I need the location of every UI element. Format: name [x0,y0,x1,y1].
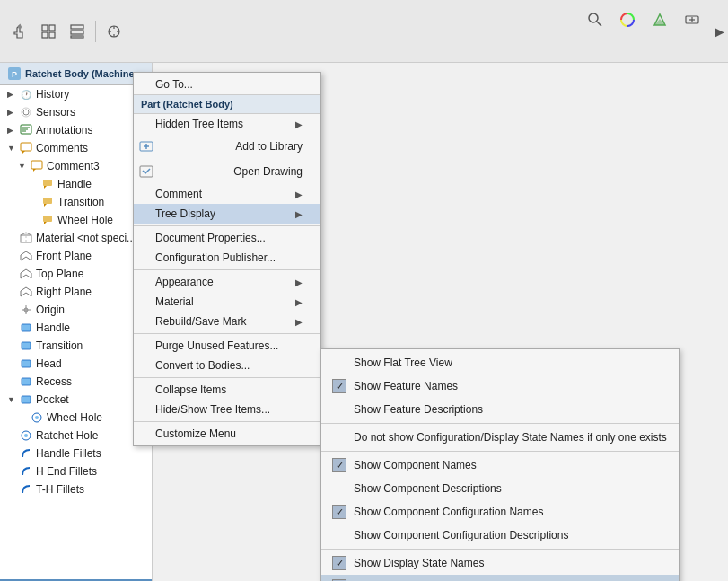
material-icon [19,231,33,245]
color-btn[interactable] [613,7,642,32]
tree-item-head[interactable]: ▶ Head [0,355,152,373]
menu-item-material[interactable]: Material ▶ [134,292,320,312]
menu-item-convert[interactable]: Convert to Bodies... [134,356,320,375]
tree-item-ratchet-hole[interactable]: ▶ Ratchet Hole [0,427,152,445]
handle-fillets-label: Handle Fillets [36,447,101,460]
comment-label: Comment [155,188,202,200]
comp-desc-label: Show Component Descriptions [354,482,502,495]
display-state-names-label: Show Display State Names [354,557,484,569]
comp-config-names-checkbox[interactable] [332,505,346,519]
rebuild-label: Rebuild/Save Mark [155,315,246,328]
crosshair-tool-btn[interactable] [101,19,127,44]
h-end-fillets-label: H End Fillets [36,465,97,478]
menu-item-rebuild[interactable]: Rebuild/Save Mark ▶ [134,312,320,331]
tree-header-label: Ratchet Body (Machine... [25,68,143,79]
pocket-label: Pocket [36,393,69,406]
handle-comment-icon [40,177,55,191]
menu-item-open-drawing[interactable]: Open Drawing [134,159,320,184]
submenu-feature-names[interactable]: Show Feature Names [321,374,679,398]
hand-tool-btn[interactable] [7,19,32,44]
history-icon: 🕐 [19,87,33,101]
tree-item-material[interactable]: ▶ Material <not speci... [0,229,152,247]
no-config-label: Do not show Configuration/Display State … [354,431,667,444]
grid-tool-btn[interactable] [36,19,61,44]
comp-config-desc-label: Show Component Configuration Description… [354,529,568,541]
origin-label: Origin [36,304,65,316]
submenu-feature-descriptions[interactable]: Show Feature Descriptions [321,398,679,421]
svg-point-0 [18,25,22,29]
sensors-icon [19,105,33,119]
menu-item-doc-props[interactable]: Document Properties... [134,228,320,248]
svg-rect-29 [21,143,31,151]
tree-item-origin[interactable]: ▶ Origin [0,301,152,319]
transition-feature-icon [19,339,33,353]
tree-item-top-plane[interactable]: ▶ Top Plane [0,265,152,283]
svg-rect-47 [22,324,31,331]
tree-item-annotations[interactable]: ▶ Annotations [0,121,152,139]
submenu-flat-tree[interactable]: Show Flat Tree View [321,351,679,374]
search-btn[interactable] [581,7,610,32]
flyout-btn[interactable] [678,7,706,32]
tree-item-comments[interactable]: ▼ Comments [0,139,152,157]
submenu-tree-display: Show Flat Tree View Show Feature Names S… [320,348,680,581]
tree-item-pocket[interactable]: ▼ Pocket [0,391,152,409]
feature-desc-check-empty [332,402,346,417]
component-names-checkbox[interactable] [332,458,346,472]
tree-item-comment3[interactable]: ▼ Comment3 [11,157,152,175]
tree-item-handle[interactable]: ▶ Handle [0,319,152,337]
list-tool-btn[interactable] [65,19,90,44]
submenu-separator-1 [321,423,679,424]
submenu-comp-config-descriptions[interactable]: Show Component Configuration Description… [321,524,679,547]
feature-names-checkbox[interactable] [332,379,346,393]
flat-tree-check-empty [332,356,346,370]
tree-header[interactable]: P Ratchet Body (Machine... [0,63,152,85]
menu-item-purge[interactable]: Purge Unused Features... [134,336,320,356]
comp-config-names-label: Show Component Configuration Names [354,506,543,518]
context-menu: Go To... Part (Ratchet Body) Hidden Tree… [133,72,321,446]
submenu-component-names[interactable]: Show Component Names [321,453,679,477]
submenu-comment-indicator[interactable]: Show Comment Indicator [321,575,679,581]
tree-item-wheel-hole[interactable]: ▶ Wheel Hole [11,409,152,427]
submenu-comp-config-names[interactable]: Show Component Configuration Names [321,500,679,524]
submenu-component-descriptions[interactable]: Show Component Descriptions [321,477,679,500]
sensors-label: Sensors [36,106,75,119]
front-plane-icon [19,249,33,263]
hide-show-tree-label: Hide/Show Tree Items... [155,403,270,416]
menu-item-hide-show-tree[interactable]: Hide/Show Tree Items... [134,400,320,419]
menu-item-customize[interactable]: Customize Menu [134,424,320,444]
menu-item-appearance[interactable]: Appearance ▶ [134,272,320,292]
svg-marker-36 [44,204,47,207]
tree-item-sensors[interactable]: ▶ Sensors [0,103,152,121]
menu-item-comment[interactable]: Comment ▶ [134,184,320,204]
open-drawing-icon [137,163,155,180]
panel-expand-arrow[interactable]: ▶ [715,24,724,39]
pocket-arrow: ▼ [7,395,16,404]
tree-item-th-fillets[interactable]: ▶ T-H Fillets [0,480,152,498]
svg-marker-30 [22,151,25,154]
tree-item-recess[interactable]: ▶ Recess [0,373,152,391]
menu-item-hidden-tree[interactable]: Hidden Tree Items ▶ [134,114,320,134]
tree-item-transition[interactable]: ▶ Transition [0,337,152,355]
svg-line-14 [597,22,601,26]
tree-item-h-end-fillets[interactable]: ▶ H End Fillets [0,462,152,480]
appearance-arrow: ▶ [295,277,303,287]
history-label: History [36,88,69,101]
menu-item-goto[interactable]: Go To... [134,75,320,94]
display-state-names-checkbox[interactable] [332,556,346,570]
submenu-display-state-names[interactable]: Show Display State Names [321,551,679,575]
add-library-icon [137,137,155,155]
tree-item-handle-fillets[interactable]: ▶ Handle Fillets [0,445,152,462]
tree-item-front-plane[interactable]: ▶ Front Plane [0,247,152,265]
menu-item-collapse[interactable]: Collapse Items [134,380,320,400]
right-plane-label: Right Plane [36,286,92,298]
menu-item-config-pub[interactable]: Configuration Publisher... [134,248,320,268]
menu-item-tree-display[interactable]: Tree Display ▶ [134,204,320,224]
tree-item-right-plane[interactable]: ▶ Right Plane [0,283,152,301]
render-btn[interactable] [645,7,674,32]
submenu-no-config[interactable]: Do not show Configuration/Display State … [321,426,679,449]
th-fillets-icon [19,482,33,497]
origin-icon [19,303,33,317]
menu-item-add-library[interactable]: Add to Library [134,134,320,159]
doc-props-label: Document Properties... [155,232,266,244]
tree-item-history[interactable]: ▶ 🕐 History [0,85,152,103]
